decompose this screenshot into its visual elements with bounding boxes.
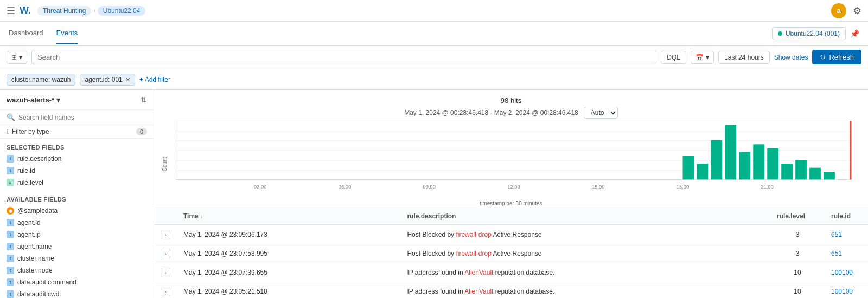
expand-row-button[interactable]: › <box>161 249 170 258</box>
field-rule-description[interactable]: t rule.description <box>0 153 154 165</box>
sidebar-search: 🔍 <box>0 110 154 125</box>
field-type-t-icon: t <box>7 255 14 262</box>
sidebar-search-icon: 🔍 <box>7 113 15 121</box>
sidebar-action-icon[interactable]: ⇅ <box>141 95 147 104</box>
sidebar-search-input[interactable] <box>18 114 147 121</box>
field-cluster-node[interactable]: t cluster.node <box>0 264 154 276</box>
logo: W. <box>20 5 31 16</box>
agent-badge[interactable]: Ubuntu22.04 (001) <box>772 27 846 40</box>
rule-id-link[interactable]: 651 <box>831 231 842 238</box>
bar-21-30 <box>781 164 793 179</box>
bar-20-00 <box>739 152 750 179</box>
bar-19-00 <box>711 140 722 180</box>
svg-text:21:00: 21:00 <box>761 183 774 189</box>
field-name-data-audit-command: data.audit.command <box>17 278 76 286</box>
field-rule-id[interactable]: t rule.id <box>0 165 154 177</box>
table-row: ›May 1, 2024 @ 23:09:06.173Host Blocked … <box>154 225 868 244</box>
field-type-t-icon: t <box>7 231 14 238</box>
cell-rule-id[interactable]: 651 <box>825 225 868 244</box>
field-data-audit-cwd[interactable]: t data.audit.cwd <box>0 288 154 298</box>
table-col-expand <box>154 208 177 225</box>
search-type-button[interactable]: ⊞ ▾ <box>7 51 27 64</box>
chart-container: Count 30 25 20 15 10 5 0 <box>154 121 868 208</box>
bar-22-00 <box>795 160 807 180</box>
hamburger-icon[interactable]: ☰ <box>7 5 15 17</box>
expand-row-button[interactable]: › <box>161 287 170 296</box>
bar-18-30 <box>697 164 708 179</box>
chart-section: 98 hits May 1, 2024 @ 00:28:46.418 - May… <box>154 90 868 208</box>
chart-hits: 98 hits <box>154 90 868 107</box>
tab-dashboard[interactable]: Dashboard <box>9 22 43 44</box>
filter-tag-agent[interactable]: agent.id: 001 × <box>80 74 135 86</box>
breadcrumb-threat-hunting[interactable]: Threat Hunting <box>37 6 91 16</box>
settings-icon[interactable]: ⚙ <box>853 5 861 17</box>
field-agent-id[interactable]: t agent.id <box>0 217 154 229</box>
refresh-icon: ↻ <box>820 53 826 61</box>
sidebar-actions: ⇅ <box>141 95 147 104</box>
description-highlight: AlienVault <box>464 269 493 276</box>
field-data-audit-command[interactable]: t data.audit.command <box>0 276 154 288</box>
pin-icon[interactable]: 📌 <box>850 29 859 38</box>
field-type-sample-icon: ◉ <box>7 207 14 215</box>
table-col-rule-level: rule.level <box>770 208 825 225</box>
field-agent-ip[interactable]: t agent.ip <box>0 229 154 241</box>
dql-button[interactable]: DQL <box>661 51 686 64</box>
cell-rule-id[interactable]: 651 <box>825 244 868 263</box>
selected-fields-title: Selected fields <box>0 141 154 153</box>
filter-tag-cluster[interactable]: cluster.name: wazuh <box>7 74 75 86</box>
table-col-rule-description: rule.description <box>400 208 770 225</box>
sidebar-title[interactable]: wazuh-alerts-* ▾ <box>7 96 60 104</box>
field-type-t-icon: t <box>7 219 14 226</box>
content-area: 98 hits May 1, 2024 @ 00:28:46.418 - May… <box>154 90 868 298</box>
expand-row-button[interactable]: › <box>161 268 170 277</box>
search-input[interactable] <box>31 50 656 64</box>
selected-fields-section: Selected fields t rule.description t rul… <box>0 139 154 191</box>
svg-text:12:00: 12:00 <box>507 183 520 189</box>
calendar-button[interactable]: 📅 ▾ <box>691 51 714 64</box>
time-range-selector[interactable]: Last 24 hours <box>718 51 770 64</box>
sidebar: wazuh-alerts-* ▾ ⇅ 🔍 ℹ Filter by type 0 … <box>0 90 154 298</box>
filter-tag-agent-label: agent.id: 001 <box>85 76 122 83</box>
field-name-agent-name: agent.name <box>17 243 52 250</box>
cell-rule-id[interactable]: 100100 <box>825 263 868 282</box>
field-name-agent-ip: agent.ip <box>17 231 41 238</box>
refresh-button[interactable]: ↻ Refresh <box>812 50 861 64</box>
cell-rule-level: 10 <box>770 263 825 282</box>
filter-by-type[interactable]: ℹ Filter by type 0 <box>0 125 154 139</box>
top-nav: ☰ W. Threat Hunting › Ubuntu22.04 a ⚙ <box>0 0 868 22</box>
field-rule-level[interactable]: # rule.level <box>0 177 154 189</box>
field-name-cluster-name: cluster.name <box>17 255 54 262</box>
user-avatar[interactable]: a <box>831 3 846 18</box>
field-sampledata[interactable]: ◉ @sampledata <box>0 205 154 217</box>
add-filter-button[interactable]: + Add filter <box>139 76 170 83</box>
top-nav-right: a ⚙ <box>831 3 861 18</box>
field-type-t-icon: t <box>7 278 14 286</box>
tab-events[interactable]: Events <box>56 22 78 44</box>
cell-description: IP address found in AlienVault reputatio… <box>400 282 770 299</box>
cell-time: May 1, 2024 @ 23:07:39.655 <box>177 263 400 282</box>
cell-rule-id[interactable]: 100100 <box>825 282 868 299</box>
search-type-chevron: ▾ <box>19 54 22 61</box>
field-type-t-icon: t <box>7 290 14 298</box>
rule-id-link[interactable]: 651 <box>831 250 842 257</box>
breadcrumb-ubuntu[interactable]: Ubuntu22.04 <box>98 6 146 16</box>
remove-filter-icon[interactable]: × <box>126 76 130 83</box>
chart-interval-select[interactable]: Auto <box>584 107 618 119</box>
description-highlight: firewall-drop <box>456 250 491 257</box>
rule-id-link[interactable]: 100100 <box>831 288 853 295</box>
expand-row-button[interactable]: › <box>161 230 170 239</box>
field-name-data-audit-cwd: data.audit.cwd <box>17 290 59 298</box>
table-col-time[interactable]: Time ↓ <box>177 208 400 225</box>
cell-rule-level: 3 <box>770 244 825 263</box>
filter-by-type-info-icon: ℹ <box>7 128 9 135</box>
svg-text:03:00: 03:00 <box>254 183 266 189</box>
bar-chart-svg: 30 25 20 15 10 5 0 03:00 <box>176 121 852 191</box>
field-name-rule-level: rule.level <box>17 179 43 186</box>
field-type-hash-icon: # <box>7 179 14 186</box>
chart-x-axis-label: timestamp per 30 minutes <box>480 200 542 206</box>
field-agent-name[interactable]: t agent.name <box>0 241 154 252</box>
show-dates-button[interactable]: Show dates <box>774 54 808 61</box>
cell-time: May 1, 2024 @ 23:07:53.995 <box>177 244 400 263</box>
rule-id-link[interactable]: 100100 <box>831 269 853 276</box>
field-cluster-name[interactable]: t cluster.name <box>0 252 154 264</box>
